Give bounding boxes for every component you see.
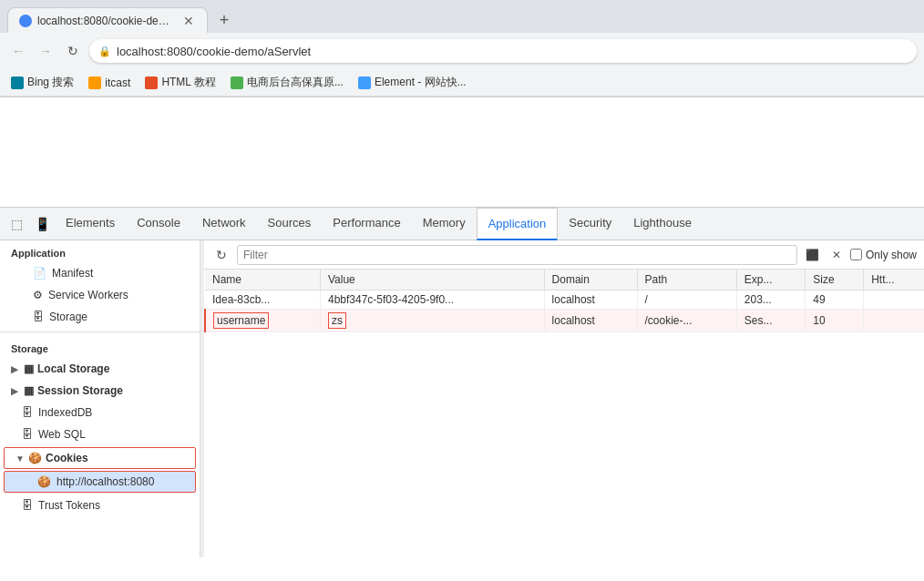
only-show-label[interactable]: Only show (850, 249, 917, 261)
filter-funnel-icon[interactable]: ⬛ (803, 245, 823, 265)
bookmarks-bar: Bing 搜索 itcast HTML 教程 电商后台高保真原... Eleme… (0, 69, 924, 97)
bookmark-shop-label: 电商后台高保真原... (247, 75, 344, 90)
sidebar-item-service-workers[interactable]: ⚙ Service Workers (0, 284, 200, 306)
local-storage-icon: ▦ (24, 362, 34, 375)
tab-close-button[interactable]: ✕ (181, 14, 196, 28)
sidebar-item-storage[interactable]: 🗄 Storage (0, 306, 200, 328)
main-panel: ↻ ⬛ ✕ Only show Name Va (204, 240, 924, 557)
new-tab-button[interactable]: + (211, 7, 237, 33)
tab-security[interactable]: Security (558, 208, 622, 240)
cookies-icon: 🍪 (28, 452, 42, 464)
cookie-expiry: 203... (736, 290, 806, 310)
bing-favicon (11, 76, 24, 89)
element-favicon (358, 76, 371, 89)
col-expiry[interactable]: Exp... (736, 270, 806, 290)
cookie-table: Name Value Domain Path Exp... Size Htt..… (204, 270, 924, 332)
sidebar-item-cookies[interactable]: ▼ 🍪 Cookies (4, 447, 196, 469)
cookie-value: zs (320, 310, 544, 332)
cookie-path: / (637, 290, 736, 310)
forward-button[interactable]: → (35, 40, 56, 62)
tab-performance[interactable]: Performance (322, 208, 411, 240)
local-storage-label: Local Storage (37, 362, 109, 375)
session-storage-icon: ▦ (24, 384, 34, 397)
cookies-arrow: ▼ (15, 454, 25, 464)
manifest-icon: 📄 (33, 267, 46, 280)
cookie-http (864, 310, 924, 332)
filter-clear-button[interactable]: ✕ (826, 245, 847, 265)
session-storage-label: Session Storage (37, 384, 123, 397)
url-text: localhost:8080/cookie-demo/aServlet (117, 45, 311, 58)
tab-title: localhost:8080/cookie-demo/a... (37, 15, 176, 27)
devtools-inspect-icon[interactable]: ⬚ (4, 211, 29, 237)
sidebar-item-manifest[interactable]: 📄 Manifest (0, 262, 200, 284)
service-workers-label: Service Workers (48, 289, 128, 301)
bookmark-bing-label: Bing 搜索 (27, 75, 74, 90)
tab-console[interactable]: Console (126, 208, 191, 240)
service-workers-icon: ⚙ (33, 289, 43, 301)
bookmark-bing[interactable]: Bing 搜索 (7, 73, 77, 92)
trust-tokens-icon: 🗄 (22, 499, 33, 512)
browser-chrome: localhost:8080/cookie-demo/a... ✕ + ← → … (0, 0, 924, 97)
page-content (0, 97, 924, 207)
tab-bar: localhost:8080/cookie-demo/a... ✕ + (0, 0, 924, 33)
username-cell: username (213, 312, 269, 329)
local-storage-arrow: ▶ (11, 364, 20, 374)
tab-network[interactable]: Network (191, 208, 257, 240)
filter-refresh-button[interactable]: ↻ (211, 245, 231, 265)
cookies-label: Cookies (46, 452, 88, 464)
back-button[interactable]: ← (7, 40, 29, 62)
cookie-path: /cookie-... (637, 310, 736, 332)
col-value[interactable]: Value (320, 270, 544, 290)
table-row[interactable]: username zs localhost /cookie-... Ses...… (205, 310, 924, 332)
bookmark-html[interactable]: HTML 教程 (141, 73, 220, 92)
col-name[interactable]: Name (205, 270, 320, 290)
devtools-panel: ⬚ 📱 Elements Console Network Sources Per… (0, 207, 924, 557)
sidebar-item-localhost-cookies[interactable]: 🍪 http://localhost:8080 (4, 471, 196, 493)
col-size[interactable]: Size (806, 270, 864, 290)
sidebar-item-session-storage[interactable]: ▶ ▦ Session Storage (0, 380, 200, 402)
html-favicon (145, 76, 158, 89)
manifest-label: Manifest (52, 267, 93, 280)
bookmark-shop[interactable]: 电商后台高保真原... (227, 73, 347, 92)
cookie-table-container: Name Value Domain Path Exp... Size Htt..… (204, 270, 924, 557)
itcast-favicon (88, 76, 101, 89)
tab-memory[interactable]: Memory (412, 208, 477, 240)
shop-favicon (231, 76, 243, 89)
refresh-button[interactable]: ↻ (62, 40, 84, 62)
browser-tab[interactable]: localhost:8080/cookie-demo/a... ✕ (7, 7, 208, 33)
cookie-name: username (205, 310, 320, 332)
tab-lighthouse[interactable]: Lighthouse (622, 208, 703, 240)
storage-label: Storage (49, 311, 87, 323)
table-row[interactable]: Idea-83cb... 4bbf347c-5f03-4205-9f0... l… (205, 290, 924, 310)
sidebar-divider-1 (0, 331, 200, 332)
tab-elements[interactable]: Elements (55, 208, 126, 240)
filter-input[interactable] (237, 245, 797, 265)
only-show-checkbox[interactable] (850, 249, 862, 260)
sidebar-item-indexeddb[interactable]: 🗄 IndexedDB (0, 402, 200, 423)
address-bar: ← → ↻ 🔒 localhost:8080/cookie-demo/aServ… (0, 33, 924, 69)
sidebar-section-storage: Storage (0, 336, 200, 358)
url-bar[interactable]: 🔒 localhost:8080/cookie-demo/aServlet (89, 39, 917, 63)
bookmark-itcast[interactable]: itcast (85, 75, 134, 91)
devtools-device-icon[interactable]: 📱 (29, 211, 55, 237)
cookie-expiry: Ses... (736, 310, 806, 332)
bookmark-html-label: HTML 教程 (161, 75, 216, 90)
tab-application[interactable]: Application (477, 208, 559, 240)
web-sql-label: Web SQL (38, 428, 86, 441)
tab-sources[interactable]: Sources (257, 208, 323, 240)
col-path[interactable]: Path (637, 270, 736, 290)
col-http[interactable]: Htt... (864, 270, 924, 290)
sidebar-item-trust-tokens[interactable]: 🗄 Trust Tokens (0, 494, 200, 516)
cookie-name: Idea-83cb... (205, 290, 320, 310)
col-domain[interactable]: Domain (544, 270, 637, 290)
secure-icon: 🔒 (98, 46, 111, 57)
devtools-tab-bar: ⬚ 📱 Elements Console Network Sources Per… (0, 208, 924, 240)
localhost-cookies-label: http://localhost:8080 (56, 475, 154, 488)
indexeddb-label: IndexedDB (38, 406, 92, 419)
application-sidebar: Application 📄 Manifest ⚙ Service Workers… (0, 240, 200, 557)
bookmark-element[interactable]: Element - 网站快... (354, 73, 470, 92)
trust-tokens-label: Trust Tokens (38, 499, 100, 512)
session-storage-arrow: ▶ (11, 386, 20, 396)
sidebar-item-local-storage[interactable]: ▶ ▦ Local Storage (0, 358, 200, 380)
sidebar-item-web-sql[interactable]: 🗄 Web SQL (0, 423, 200, 445)
